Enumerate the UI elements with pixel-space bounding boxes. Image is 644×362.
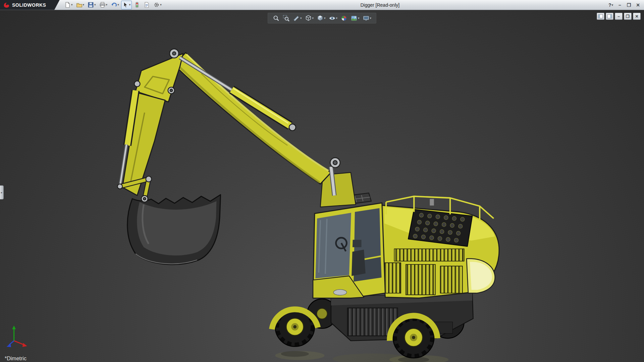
minimize-button[interactable]: – — [616, 1, 624, 9]
dropdown-caret-icon: ▾ — [358, 17, 360, 20]
exhaust-stub — [430, 199, 434, 206]
pane-left-icon — [598, 14, 603, 18]
print-button[interactable]: ▾ — [98, 1, 109, 9]
orientation-label: *Dimetric — [5, 356, 26, 362]
dropdown-caret-icon: ▾ — [129, 3, 131, 6]
front-panel-detail — [333, 290, 346, 295]
heads-up-view-toolbar: ▾▾▾▾▾▾ — [268, 13, 376, 23]
undo-button[interactable]: ▾ — [109, 1, 120, 9]
save-icon — [88, 2, 94, 8]
zoom-to-fit-icon — [273, 15, 280, 22]
dropdown-caret-icon: ▾ — [612, 4, 613, 7]
dassault-systemes-logo-icon — [3, 1, 10, 9]
save-button[interactable]: ▾ — [86, 1, 97, 9]
pane-right-button[interactable] — [606, 13, 613, 20]
window-controls: ?▾–❐✕ — [607, 0, 642, 10]
file-properties-icon — [144, 2, 150, 8]
maximize-button[interactable]: ❐ — [625, 1, 633, 9]
view-orientation-icon — [305, 15, 312, 22]
cab[interactable] — [313, 193, 385, 298]
dropdown-caret-icon: ▾ — [336, 17, 338, 20]
brand-text: SOLIDWORKS — [12, 2, 46, 8]
file-properties-button[interactable] — [142, 1, 151, 9]
close-button[interactable]: ✕ — [634, 1, 642, 9]
boom-arm[interactable] — [174, 53, 331, 184]
dropdown-caret-icon: ▾ — [94, 3, 96, 6]
hide-show-items-button[interactable]: ▾ — [328, 15, 338, 22]
pane-right-icon — [607, 14, 612, 18]
dropdown-caret-icon: ▾ — [324, 17, 326, 20]
help-button[interactable]: ?▾ — [607, 1, 615, 9]
edit-appearance-icon — [340, 15, 347, 22]
apply-scene-button[interactable]: ▾ — [350, 15, 360, 22]
bucket[interactable] — [127, 195, 221, 264]
rebuild-icon — [134, 2, 140, 8]
dropdown-caret-icon: ▾ — [312, 17, 314, 20]
excavator-model[interactable] — [7, 49, 499, 362]
select-button[interactable]: ▾ — [121, 1, 132, 9]
maximize-glyph: ❐ — [627, 2, 631, 8]
doc-restore-button[interactable]: ❐ — [624, 13, 632, 20]
zoom-to-area-icon — [283, 15, 290, 22]
dropdown-caret-icon: ▾ — [83, 3, 85, 6]
pane-left-button[interactable] — [597, 13, 604, 20]
undo-icon — [111, 2, 117, 8]
display-style-button[interactable]: ▾ — [316, 15, 326, 22]
zoom-to-area-button[interactable] — [282, 15, 290, 22]
window-title: Digger [Read-only] — [360, 0, 399, 10]
section-view-button[interactable]: ▾ — [292, 15, 303, 22]
minimize-glyph: – — [619, 2, 621, 8]
open-icon — [76, 2, 83, 8]
display-style-icon — [317, 15, 324, 22]
new-document-icon — [64, 2, 71, 8]
rebuild-button[interactable] — [132, 1, 142, 9]
doc-close-button[interactable]: ✕ — [633, 13, 641, 20]
dropdown-caret-icon: ▾ — [370, 17, 372, 20]
dropdown-caret-icon: ▾ — [160, 3, 162, 6]
view-orientation-button[interactable]: ▾ — [304, 15, 314, 22]
edit-appearance-button[interactable] — [340, 15, 348, 22]
doc-minimize-button[interactable]: – — [615, 13, 623, 20]
apply-scene-icon — [351, 15, 358, 22]
view-settings-button[interactable]: ▾ — [362, 15, 372, 22]
doc-restore-glyph: ❐ — [626, 14, 630, 19]
options-button[interactable]: ▾ — [152, 1, 163, 9]
dropdown-caret-icon: ▾ — [117, 3, 119, 6]
dropdown-caret-icon: ▾ — [106, 3, 108, 6]
title-bar: SOLIDWORKS ▾▾▾▾▾▾▾ Digger [Read-only] ?▾… — [0, 0, 644, 10]
options-icon — [153, 2, 160, 8]
featuremanager-flyout-tab[interactable]: ▸ — [0, 185, 4, 199]
engine-deck[interactable] — [370, 196, 499, 298]
open-button[interactable]: ▾ — [75, 1, 86, 9]
dropdown-caret-icon: ▾ — [71, 3, 73, 6]
doc-minimize-glyph: – — [618, 14, 620, 19]
model-canvas[interactable] — [0, 10, 644, 362]
select-icon — [122, 2, 129, 8]
dropdown-caret-icon: ▾ — [300, 17, 302, 20]
new-document-button[interactable]: ▾ — [63, 1, 74, 9]
doc-close-glyph: ✕ — [635, 14, 638, 19]
zoom-to-fit-button[interactable] — [272, 15, 280, 22]
help-glyph: ? — [608, 2, 611, 8]
print-icon — [99, 2, 106, 8]
solidworks-logo: SOLIDWORKS — [0, 0, 60, 10]
document-window-controls: –❐✕ — [597, 13, 641, 20]
hide-show-items-icon — [329, 15, 336, 22]
orientation-triad[interactable] — [7, 325, 27, 347]
section-view-icon — [293, 15, 300, 22]
view-settings-icon — [363, 15, 370, 22]
close-glyph: ✕ — [636, 2, 640, 8]
graphics-area[interactable]: ▾▾▾▾▾▾ –❐✕ ▸ *Dimetric — [0, 10, 644, 362]
main-toolbar: ▾▾▾▾▾▾▾ — [63, 1, 163, 9]
